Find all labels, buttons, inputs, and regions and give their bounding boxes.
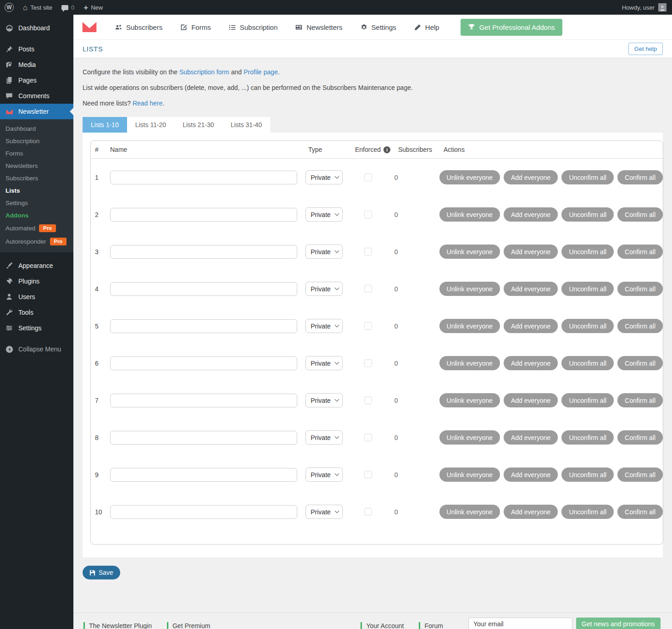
submenu-item-subscribers[interactable]: Subscribers xyxy=(0,172,73,184)
account-menu[interactable]: Howdy, user xyxy=(616,3,672,11)
unlink-everyone-button[interactable]: Unlink everyone xyxy=(439,430,500,445)
nav-item-newsletters[interactable]: Newsletters xyxy=(295,23,342,31)
comments-shortcut[interactable]: 0 xyxy=(57,0,79,15)
sidebar-item-media[interactable]: Media xyxy=(0,57,73,72)
unlink-everyone-button[interactable]: Unlink everyone xyxy=(439,393,500,407)
list-type-select[interactable]: Private xyxy=(305,282,343,296)
submenu-item-addons[interactable]: Addons xyxy=(0,209,73,222)
unconfirm-all-button[interactable]: Unconfirm all xyxy=(561,245,614,259)
unconfirm-all-button[interactable]: Unconfirm all xyxy=(561,170,614,184)
enforced-checkbox[interactable] xyxy=(364,248,372,256)
add-everyone-button[interactable]: Add everyone xyxy=(504,356,558,370)
list-type-select-control[interactable]: Private xyxy=(305,356,343,370)
nav-item-subscribers[interactable]: Subscribers xyxy=(115,23,162,31)
enforced-checkbox[interactable] xyxy=(364,434,372,441)
list-type-select[interactable]: Private xyxy=(305,207,343,222)
list-name-input[interactable] xyxy=(110,431,297,445)
add-everyone-button[interactable]: Add everyone xyxy=(504,245,558,259)
site-name-link[interactable]: ⌂ Test site xyxy=(18,0,57,15)
list-type-select[interactable]: Private xyxy=(305,505,343,519)
unlink-everyone-button[interactable]: Unlink everyone xyxy=(439,468,500,482)
enforced-checkbox[interactable] xyxy=(364,173,372,181)
list-type-select-control[interactable]: Private xyxy=(305,319,343,333)
submenu-item-dashboard[interactable]: Dashboard xyxy=(0,122,73,135)
confirm-all-button[interactable]: Confirm all xyxy=(617,430,663,445)
collapse-menu-button[interactable]: Collapse Menu xyxy=(0,341,73,357)
list-type-select[interactable]: Private xyxy=(305,393,343,407)
list-type-select-control[interactable]: Private xyxy=(305,393,343,407)
list-name-input[interactable] xyxy=(110,171,297,184)
enforced-checkbox[interactable] xyxy=(364,359,372,367)
sidebar-item-newsletter[interactable]: Newsletter xyxy=(0,104,73,119)
add-everyone-button[interactable]: Add everyone xyxy=(504,393,558,407)
list-type-select[interactable]: Private xyxy=(305,245,343,259)
nav-item-help[interactable]: Help xyxy=(414,23,439,31)
list-name-input[interactable] xyxy=(110,505,297,519)
subscription-form-link[interactable]: Subscription form xyxy=(179,68,229,76)
list-type-select-control[interactable]: Private xyxy=(305,505,343,519)
footer-link-newsletter-plugin[interactable]: The Newsletter Plugin xyxy=(83,622,152,629)
tab-lists-21-30[interactable]: Lists 21-30 xyxy=(174,117,222,133)
list-type-select-control[interactable]: Private xyxy=(305,430,343,445)
confirm-all-button[interactable]: Confirm all xyxy=(617,356,663,370)
sidebar-item-posts[interactable]: Posts xyxy=(0,41,73,57)
list-type-select-control[interactable]: Private xyxy=(305,468,343,482)
list-type-select[interactable]: Private xyxy=(305,430,343,445)
list-type-select-control[interactable]: Private xyxy=(305,207,343,222)
footer-link-your-account[interactable]: Your Account xyxy=(361,622,404,629)
unconfirm-all-button[interactable]: Unconfirm all xyxy=(561,468,614,482)
list-name-input[interactable] xyxy=(110,468,297,482)
list-name-input[interactable] xyxy=(110,356,297,370)
list-type-select-control[interactable]: Private xyxy=(305,170,343,184)
sidebar-item-appearance[interactable]: Appearance xyxy=(0,258,73,273)
tab-lists-11-20[interactable]: Lists 11-20 xyxy=(127,117,174,133)
read-here-link[interactable]: Read here xyxy=(133,100,162,107)
list-type-select[interactable]: Private xyxy=(305,468,343,482)
unlink-everyone-button[interactable]: Unlink everyone xyxy=(439,245,500,259)
submenu-item-subscription[interactable]: Subscription xyxy=(0,135,73,147)
add-everyone-button[interactable]: Add everyone xyxy=(504,319,558,333)
save-button[interactable]: Save xyxy=(83,566,120,579)
confirm-all-button[interactable]: Confirm all xyxy=(617,282,663,296)
confirm-all-button[interactable]: Confirm all xyxy=(617,468,663,482)
sidebar-item-pages[interactable]: Pages xyxy=(0,72,73,88)
add-everyone-button[interactable]: Add everyone xyxy=(504,505,558,519)
sidebar-item-settings[interactable]: Settings xyxy=(0,320,73,336)
unconfirm-all-button[interactable]: Unconfirm all xyxy=(561,430,614,445)
tab-lists-1-10[interactable]: Lists 1-10 xyxy=(83,117,127,133)
nav-item-subscription[interactable]: Subscription xyxy=(228,23,278,31)
add-everyone-button[interactable]: Add everyone xyxy=(504,282,558,296)
confirm-all-button[interactable]: Confirm all xyxy=(617,245,663,259)
enforced-checkbox[interactable] xyxy=(364,508,372,516)
list-name-input[interactable] xyxy=(110,245,297,259)
list-name-input[interactable] xyxy=(110,282,297,296)
list-name-input[interactable] xyxy=(110,208,297,222)
unconfirm-all-button[interactable]: Unconfirm all xyxy=(561,356,614,370)
get-news-button[interactable]: Get news and promotions xyxy=(576,618,661,629)
unlink-everyone-button[interactable]: Unlink everyone xyxy=(439,319,500,333)
footer-link-forum[interactable]: Forum xyxy=(419,622,443,629)
get-professional-addons-button[interactable]: Get Professional Addons xyxy=(461,19,562,36)
enforced-checkbox[interactable] xyxy=(364,285,372,293)
unlink-everyone-button[interactable]: Unlink everyone xyxy=(439,170,500,184)
unconfirm-all-button[interactable]: Unconfirm all xyxy=(561,319,614,333)
submenu-item-lists[interactable]: Lists xyxy=(0,184,73,197)
unconfirm-all-button[interactable]: Unconfirm all xyxy=(561,505,614,519)
confirm-all-button[interactable]: Confirm all xyxy=(617,170,663,184)
add-everyone-button[interactable]: Add everyone xyxy=(504,468,558,482)
sidebar-item-dashboard[interactable]: Dashboard xyxy=(0,20,73,36)
unconfirm-all-button[interactable]: Unconfirm all xyxy=(561,282,614,296)
unlink-everyone-button[interactable]: Unlink everyone xyxy=(439,282,500,296)
nav-item-settings[interactable]: Settings xyxy=(360,23,396,31)
submenu-item-automated[interactable]: Automated Pro xyxy=(0,222,73,235)
unlink-everyone-button[interactable]: Unlink everyone xyxy=(439,505,500,519)
info-icon[interactable]: i xyxy=(383,146,390,153)
sidebar-item-plugins[interactable]: Plugins xyxy=(0,273,73,289)
unconfirm-all-button[interactable]: Unconfirm all xyxy=(561,207,614,222)
footer-link-get-premium[interactable]: Get Premium xyxy=(167,622,210,629)
enforced-checkbox[interactable] xyxy=(364,396,372,404)
sidebar-item-comments[interactable]: Comments xyxy=(0,88,73,104)
enforced-checkbox[interactable] xyxy=(364,211,372,218)
profile-page-link[interactable]: Profile page xyxy=(244,68,278,76)
add-everyone-button[interactable]: Add everyone xyxy=(504,170,558,184)
